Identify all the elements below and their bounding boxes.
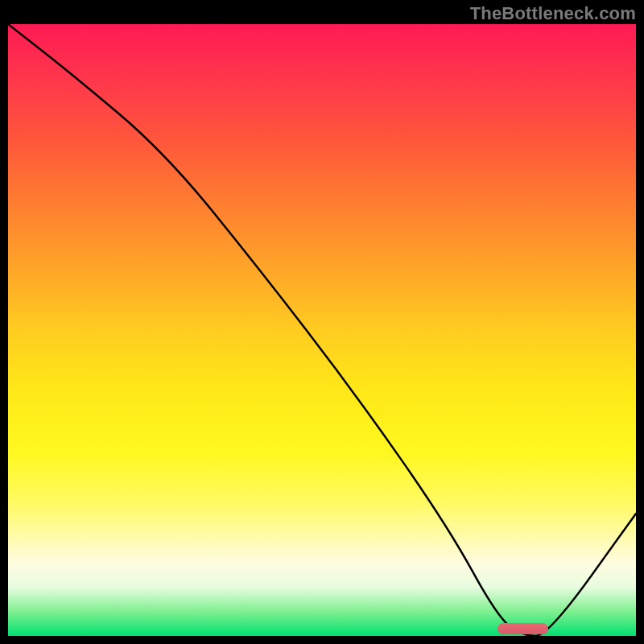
curve-path bbox=[8, 24, 636, 636]
watermark-text: TheBottleneck.com bbox=[470, 3, 636, 24]
chart-container: TheBottleneck.com bbox=[0, 0, 644, 644]
optimum-marker bbox=[497, 623, 547, 634]
plot-area bbox=[8, 24, 636, 636]
curve-svg bbox=[8, 24, 636, 636]
